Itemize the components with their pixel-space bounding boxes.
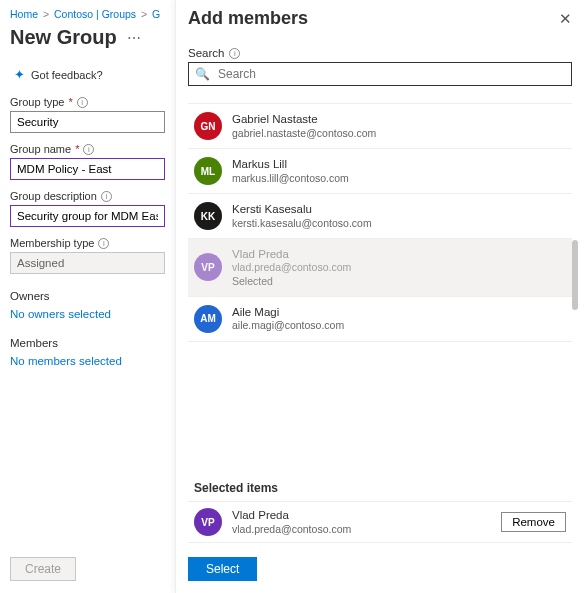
avatar: KK <box>194 202 222 230</box>
group-type-label: Group type*i <box>10 96 165 108</box>
add-members-panel: Add members ✕ Searchi 🔍 GNGabriel Nastas… <box>175 0 584 593</box>
membership-type-label: Membership typei <box>10 237 165 249</box>
search-input[interactable] <box>216 66 565 82</box>
info-icon[interactable]: i <box>101 191 112 202</box>
search-icon: 🔍 <box>195 67 210 81</box>
members-label: Members <box>10 337 165 349</box>
group-name-input[interactable] <box>10 158 165 180</box>
group-name-label: Group name*i <box>10 143 165 155</box>
create-button[interactable]: Create <box>10 557 76 581</box>
breadcrumb-trunc[interactable]: G <box>152 8 160 20</box>
no-owners-link[interactable]: No owners selected <box>10 308 111 320</box>
selected-items-heading: Selected items <box>194 481 578 495</box>
selected-item-row: VP Vlad Preda vlad.preda@contoso.com Rem… <box>188 501 572 543</box>
info-icon[interactable]: i <box>229 48 240 59</box>
list-item[interactable]: AMAile Magiaile.magi@contoso.com <box>188 297 572 342</box>
person-name: Aile Magi <box>232 305 344 319</box>
avatar: GN <box>194 112 222 140</box>
list-item-partial <box>188 90 572 104</box>
person-email: vlad.preda@contoso.com <box>232 261 351 274</box>
list-item[interactable]: MLMarkus Lillmarkus.lill@contoso.com <box>188 149 572 194</box>
feedback-link[interactable]: ✦ Got feedback? <box>14 67 165 82</box>
membership-type-input <box>10 252 165 274</box>
owners-label: Owners <box>10 290 165 302</box>
person-email: gabriel.nastaste@contoso.com <box>232 127 376 140</box>
breadcrumb-groups[interactable]: Contoso | Groups <box>54 8 136 20</box>
panel-title: Add members <box>188 8 308 29</box>
avatar: VP <box>194 253 222 281</box>
person-name: Gabriel Nastaste <box>232 112 376 126</box>
more-menu-icon[interactable]: ⋯ <box>127 30 141 46</box>
list-item[interactable]: GNGabriel Nastastegabriel.nastaste@conto… <box>188 104 572 149</box>
person-name: Markus Lill <box>232 157 349 171</box>
group-desc-input[interactable] <box>10 205 165 227</box>
search-box[interactable]: 🔍 <box>188 62 572 86</box>
info-icon[interactable]: i <box>83 144 94 155</box>
list-item[interactable]: KKKersti Kasesalukersti.kasesalu@contoso… <box>188 194 572 239</box>
search-label: Searchi <box>188 47 578 59</box>
person-email: aile.magi@contoso.com <box>232 319 344 332</box>
scrollbar-thumb[interactable] <box>572 240 578 310</box>
selected-status: Selected <box>232 275 351 288</box>
select-button[interactable]: Select <box>188 557 257 581</box>
avatar: ML <box>194 157 222 185</box>
group-type-input[interactable] <box>10 111 165 133</box>
selected-email: vlad.preda@contoso.com <box>232 523 351 536</box>
remove-button[interactable]: Remove <box>501 512 566 532</box>
group-desc-label: Group descriptioni <box>10 190 165 202</box>
person-email: markus.lill@contoso.com <box>232 172 349 185</box>
person-name: Vlad Preda <box>232 247 351 261</box>
info-icon[interactable]: i <box>77 97 88 108</box>
list-item[interactable]: VPVlad Predavlad.preda@contoso.comSelect… <box>188 239 572 297</box>
feedback-icon: ✦ <box>14 67 25 82</box>
avatar: AM <box>194 305 222 333</box>
no-members-link[interactable]: No members selected <box>10 355 122 367</box>
page-title: New Group <box>10 26 117 49</box>
selected-name: Vlad Preda <box>232 508 351 522</box>
person-name: Kersti Kasesalu <box>232 202 372 216</box>
info-icon[interactable]: i <box>98 238 109 249</box>
avatar: VP <box>194 508 222 536</box>
breadcrumb-home[interactable]: Home <box>10 8 38 20</box>
person-email: kersti.kasesalu@contoso.com <box>232 217 372 230</box>
breadcrumb: Home > Contoso | Groups > G <box>10 8 165 20</box>
close-icon[interactable]: ✕ <box>559 10 572 28</box>
